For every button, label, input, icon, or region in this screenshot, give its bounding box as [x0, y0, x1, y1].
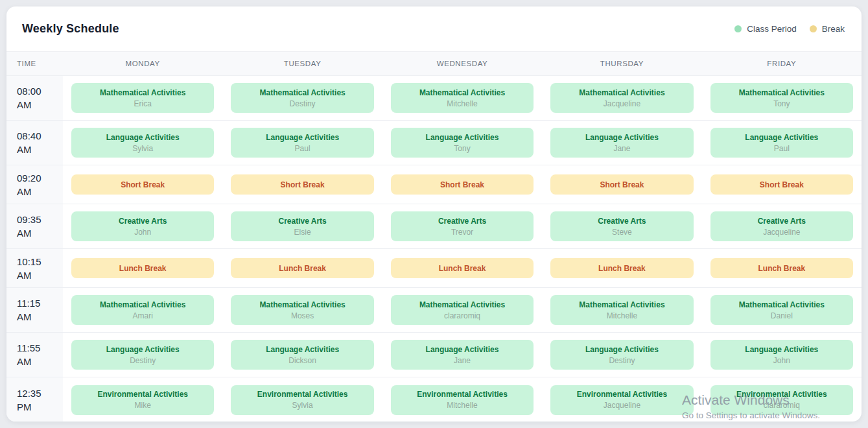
- day-cell: Language ActivitiesTony: [382, 121, 542, 165]
- class-block[interactable]: Language ActivitiesDestiny: [550, 340, 693, 370]
- class-block[interactable]: Creative ArtsJohn: [71, 211, 214, 241]
- day-cell: Environmental ActivitiesJacqueline: [542, 377, 701, 422]
- teacher-name: Dickson: [288, 356, 316, 365]
- teacher-name: Moses: [291, 311, 314, 320]
- teacher-name: Trevor: [451, 228, 473, 237]
- class-block[interactable]: Creative ArtsTrevor: [391, 211, 534, 241]
- time-period: AM: [17, 185, 63, 198]
- class-block[interactable]: Mathematical ActivitiesJacqueline: [550, 83, 693, 113]
- activity-title: Mathematical Activities: [100, 300, 185, 309]
- class-block[interactable]: Mathematical ActivitiesAmari: [71, 295, 214, 325]
- class-block[interactable]: Mathematical ActivitiesTony: [710, 83, 853, 113]
- day-cell: Creative ArtsElsie: [222, 204, 382, 248]
- day-cell: Language ActivitiesDestiny: [63, 333, 222, 377]
- break-block[interactable]: Short Break: [710, 174, 853, 195]
- activity-title: Mathematical Activities: [419, 88, 505, 97]
- activity-title: Language Activities: [745, 133, 818, 142]
- class-block[interactable]: Environmental ActivitiesMike: [71, 385, 214, 415]
- teacher-name: Destiny: [609, 356, 635, 365]
- time-value: 11:55: [17, 341, 63, 355]
- teacher-name: Destiny: [130, 356, 156, 365]
- activity-title: Language Activities: [106, 133, 180, 142]
- day-cell: Language ActivitiesDestiny: [542, 333, 701, 377]
- time-value: 12:35: [17, 386, 63, 400]
- break-color-dot-icon: [810, 25, 817, 32]
- break-block[interactable]: Short Break: [391, 174, 534, 195]
- teacher-name: Destiny: [290, 99, 316, 108]
- break-block[interactable]: Short Break: [231, 174, 373, 195]
- teacher-name: Mitchelle: [447, 401, 477, 410]
- activity-title: Mathematical Activities: [100, 88, 185, 97]
- class-block[interactable]: Mathematical ActivitiesMoses: [231, 295, 373, 325]
- day-cell: Language ActivitiesSylvia: [63, 121, 222, 165]
- class-block[interactable]: Mathematical ActivitiesMitchelle: [391, 83, 534, 113]
- time-period: AM: [17, 268, 63, 282]
- class-block[interactable]: Mathematical Activitiesclararomiq: [391, 295, 534, 325]
- activity-title: Creative Arts: [278, 217, 326, 226]
- break-block[interactable]: Lunch Break: [550, 258, 693, 278]
- time-period: AM: [17, 310, 63, 324]
- class-block[interactable]: Environmental ActivitiesSylvia: [231, 385, 373, 415]
- break-label: Lunch Break: [598, 264, 646, 273]
- day-cell: Environmental ActivitiesMike: [63, 377, 222, 422]
- class-block[interactable]: Language ActivitiesJane: [550, 128, 693, 158]
- class-block[interactable]: Environmental ActivitiesJacqueline: [550, 385, 693, 415]
- class-block[interactable]: Language ActivitiesJohn: [710, 340, 853, 370]
- time-period: PM: [17, 400, 63, 414]
- column-header-monday: MONDAY: [63, 60, 222, 67]
- class-block[interactable]: Creative ArtsElsie: [231, 211, 373, 241]
- time-period: AM: [17, 226, 63, 240]
- activity-title: Language Activities: [585, 345, 659, 354]
- day-cell: Creative ArtsJohn: [63, 204, 222, 248]
- class-block[interactable]: Environmental Activitiesclararomiq: [710, 385, 853, 415]
- legend-item-class: Class Period: [734, 24, 797, 34]
- day-cell: Short Break: [542, 165, 701, 204]
- break-block[interactable]: Short Break: [550, 174, 693, 195]
- teacher-name: Sylvia: [292, 401, 313, 410]
- class-block[interactable]: Mathematical ActivitiesMitchelle: [550, 295, 693, 325]
- break-block[interactable]: Lunch Break: [391, 258, 534, 278]
- time-cell: 09:20AM: [6, 165, 63, 204]
- day-cell: Lunch Break: [222, 249, 382, 287]
- day-cell: Environmental ActivitiesSylvia: [222, 377, 382, 422]
- break-block[interactable]: Short Break: [71, 174, 214, 195]
- time-period: AM: [17, 98, 63, 112]
- card-header: Weekly Schedule Class PeriodBreak: [6, 6, 862, 51]
- time-cell: 12:35PM: [6, 377, 63, 422]
- day-cell: Mathematical ActivitiesMitchelle: [382, 76, 542, 120]
- class-block[interactable]: Language ActivitiesSylvia: [71, 128, 214, 158]
- class-block[interactable]: Language ActivitiesDickson: [231, 340, 373, 370]
- class-block[interactable]: Language ActivitiesTony: [391, 128, 534, 158]
- teacher-name: John: [773, 356, 790, 365]
- break-block[interactable]: Lunch Break: [231, 258, 373, 278]
- class-block[interactable]: Mathematical ActivitiesErica: [71, 83, 214, 113]
- break-block[interactable]: Lunch Break: [710, 258, 853, 278]
- class-color-dot-icon: [734, 25, 742, 32]
- activity-title: Language Activities: [266, 345, 339, 354]
- activity-title: Mathematical Activities: [579, 300, 664, 309]
- class-block[interactable]: Language ActivitiesPaul: [710, 128, 853, 158]
- day-cell: Language ActivitiesJane: [542, 121, 701, 165]
- day-cell: Mathematical Activitiesclararomiq: [382, 288, 542, 332]
- break-block[interactable]: Lunch Break: [71, 258, 214, 278]
- class-block[interactable]: Environmental ActivitiesMitchelle: [391, 385, 534, 415]
- class-block[interactable]: Language ActivitiesJane: [391, 340, 534, 370]
- teacher-name: Jacqueline: [604, 401, 640, 410]
- schedule-row: 11:55AMLanguage ActivitiesDestinyLanguag…: [6, 333, 862, 377]
- teacher-name: Sylvia: [132, 144, 153, 153]
- class-block[interactable]: Creative ArtsJacqueline: [710, 211, 853, 241]
- activity-title: Creative Arts: [598, 217, 646, 226]
- day-cell: Language ActivitiesPaul: [702, 121, 862, 165]
- class-block[interactable]: Mathematical ActivitiesDaniel: [710, 295, 853, 325]
- class-block[interactable]: Language ActivitiesPaul: [231, 128, 373, 158]
- class-block[interactable]: Mathematical ActivitiesDestiny: [231, 83, 373, 113]
- class-block[interactable]: Creative ArtsSteve: [550, 211, 693, 241]
- class-block[interactable]: Language ActivitiesDestiny: [71, 340, 214, 370]
- legend-item-break: Break: [810, 24, 845, 34]
- activity-title: Language Activities: [585, 133, 659, 142]
- teacher-name: Jane: [613, 144, 630, 153]
- page-title: Weekly Schedule: [22, 22, 119, 36]
- time-cell: 09:35AM: [6, 204, 63, 248]
- break-label: Lunch Break: [279, 264, 326, 273]
- day-cell: Creative ArtsTrevor: [382, 204, 542, 248]
